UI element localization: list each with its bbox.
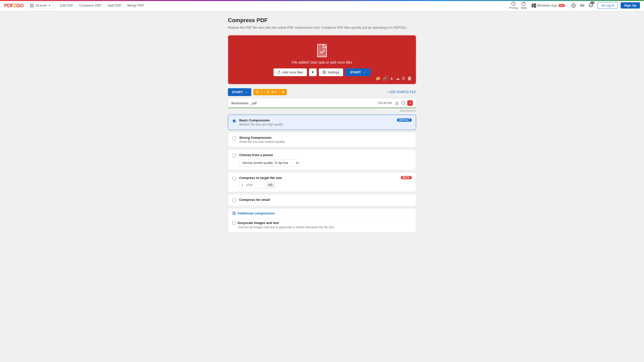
nav-compress-pdf[interactable]: Compress PDF xyxy=(77,3,104,8)
email-compression-title: Compress for email xyxy=(239,198,412,202)
gear-icon xyxy=(232,211,236,215)
task-bar: START → 1 / 30 s ▼ + ADD SAMPLE FILE xyxy=(228,88,416,96)
settings-button[interactable]: Settings xyxy=(319,68,343,76)
download-icon xyxy=(395,101,399,105)
logo-2: 2 xyxy=(13,2,16,9)
basic-compression-title: Basic Compression xyxy=(239,118,394,122)
file-download-button[interactable] xyxy=(394,100,399,106)
language-label: EN xyxy=(580,4,584,7)
basic-compression-option[interactable]: Basic Compression Medium file size and h… xyxy=(228,115,416,130)
nav-edit-pdf[interactable]: Edit PDF xyxy=(58,3,76,8)
preset-compression-title: Choose from a preset xyxy=(239,153,412,157)
time-estimate: 30 s xyxy=(271,90,277,94)
windows-app-button[interactable]: Windows App New xyxy=(530,2,567,9)
grayscale-checkbox[interactable] xyxy=(232,221,235,224)
email-compression-radio[interactable] xyxy=(232,198,236,202)
main-nav: Edit PDF Compress PDF Split PDF Merge PD… xyxy=(58,3,147,8)
help-button[interactable]: Help xyxy=(521,2,527,9)
strong-compression-title: Strong Compression xyxy=(239,136,412,140)
preset-select-wrapper: Normal (screen quality, 72 dpi images)Hi… xyxy=(239,159,412,166)
add-files-dropdown-button[interactable]: ▼ xyxy=(309,68,317,76)
pricing-icon xyxy=(511,2,516,6)
beta-badge: BETA! xyxy=(401,176,412,179)
windows-icon xyxy=(532,3,536,8)
file-check-icon xyxy=(315,43,329,57)
additional-compression-section: Additional compression Grayscale images … xyxy=(228,208,416,233)
logo[interactable]: PDF2GO xyxy=(4,2,23,9)
add-sample-label: + ADD SAMPLE FILE xyxy=(387,90,416,94)
add-files-label: Add more files xyxy=(282,70,303,74)
logo-go: GO xyxy=(16,3,23,8)
globe-icon xyxy=(571,3,576,8)
preset-compression-option[interactable]: Choose from a preset Normal (screen qual… xyxy=(228,149,416,170)
target-size-radio[interactable] xyxy=(232,176,236,180)
language-button[interactable] xyxy=(570,2,577,9)
clipboard-source-icon[interactable]: 📋 xyxy=(407,76,412,81)
link-source-icon[interactable]: 🔗 xyxy=(383,76,388,81)
preset-compression-content: Choose from a preset Normal (screen qual… xyxy=(239,153,412,166)
file-size: 150.86 KB xyxy=(378,101,392,105)
basic-compression-content: Basic Compression Medium file size and h… xyxy=(239,118,394,126)
target-size-option[interactable]: Compress to target file size MB BETA! xyxy=(228,172,416,192)
strong-compression-content: Strong Compression Small file size and m… xyxy=(239,136,412,144)
signup-button[interactable]: Sign Up xyxy=(621,2,640,9)
start-task-button[interactable]: START → xyxy=(228,88,251,96)
email-compression-option[interactable]: Compress for email xyxy=(228,194,416,206)
notification-count: 15 xyxy=(590,2,594,4)
add-files-button[interactable]: Add more files xyxy=(273,68,307,76)
pricing-label: Pricing xyxy=(509,6,518,9)
folder-source-icon[interactable]: 📁 xyxy=(376,76,381,81)
start-task-label: START xyxy=(232,90,243,94)
nav-merge-pdf[interactable]: Merge PDF xyxy=(125,3,147,8)
file-progress-bar xyxy=(228,108,416,108)
settings-label: Settings xyxy=(328,70,339,74)
notification-button[interactable]: 15 xyxy=(587,2,594,9)
additional-compression-header[interactable]: Additional compression xyxy=(228,208,416,218)
file-actions xyxy=(394,100,413,106)
grayscale-label[interactable]: Grayscale images and text xyxy=(232,221,412,225)
default-badge: DEFAULT xyxy=(397,118,412,122)
pricing-button[interactable]: Pricing xyxy=(509,2,518,9)
strong-compression-desc: Small file size and medium quality xyxy=(239,140,412,144)
target-size-title: Compress to target file size xyxy=(239,176,398,180)
clock-icon xyxy=(266,90,269,94)
arrow-right-icon: → xyxy=(362,70,366,74)
svg-point-17 xyxy=(234,213,235,214)
file-count-dropdown-button[interactable]: ▼ xyxy=(279,89,287,95)
upload-message: File added! Start task or add more files xyxy=(233,60,411,64)
upload-actions: Add more files ▼ Settings START → xyxy=(233,68,411,76)
signup-label: Sign Up xyxy=(624,4,636,7)
start-upload-label: START xyxy=(350,70,361,74)
new-badge: New xyxy=(558,4,565,7)
target-size-unit: MB xyxy=(266,182,275,188)
settings-icon xyxy=(323,70,326,74)
file-info-button[interactable] xyxy=(401,100,406,106)
login-button[interactable]: Log In xyxy=(597,2,618,9)
onedrive-source-icon[interactable]: ⊞ xyxy=(402,76,405,81)
preset-compression-radio[interactable] xyxy=(232,154,236,158)
file-delete-button[interactable] xyxy=(407,100,413,106)
strong-compression-radio[interactable] xyxy=(232,136,236,140)
help-label: Help xyxy=(521,6,527,9)
ad-label: Advertisement xyxy=(228,109,416,112)
upload-icon xyxy=(277,70,281,74)
email-compression-content: Compress for email xyxy=(239,198,412,202)
target-size-input[interactable] xyxy=(239,182,264,188)
additional-compression-label: Additional compression xyxy=(237,211,275,215)
grid-icon xyxy=(30,4,34,7)
main-content: Compress PDF Reduce the PDF file size wi… xyxy=(224,11,420,239)
dropbox-source-icon[interactable]: ☁ xyxy=(396,76,400,81)
basic-compression-radio[interactable] xyxy=(232,119,236,123)
start-task-arrow-icon: → xyxy=(244,90,247,94)
nav-split-pdf[interactable]: Split PDF xyxy=(105,3,124,8)
file-name: Worksheets _.pdf xyxy=(231,101,378,105)
file-count-wrapper: 1 / 30 s ▼ xyxy=(253,89,287,95)
all-tools-button[interactable]: All tools ▼ xyxy=(27,2,53,9)
gdrive-source-icon[interactable]: ▲ xyxy=(390,76,394,80)
upload-area: File added! Start task or add more files… xyxy=(228,35,416,84)
strong-compression-option[interactable]: Strong Compression Small file size and m… xyxy=(228,132,416,147)
start-button-upload[interactable]: START → xyxy=(345,68,371,76)
add-sample-file-link[interactable]: + ADD SAMPLE FILE xyxy=(387,90,416,94)
target-size-input-wrapper: MB xyxy=(239,182,398,188)
preset-select[interactable]: Normal (screen quality, 72 dpi images)Hi… xyxy=(239,159,300,166)
